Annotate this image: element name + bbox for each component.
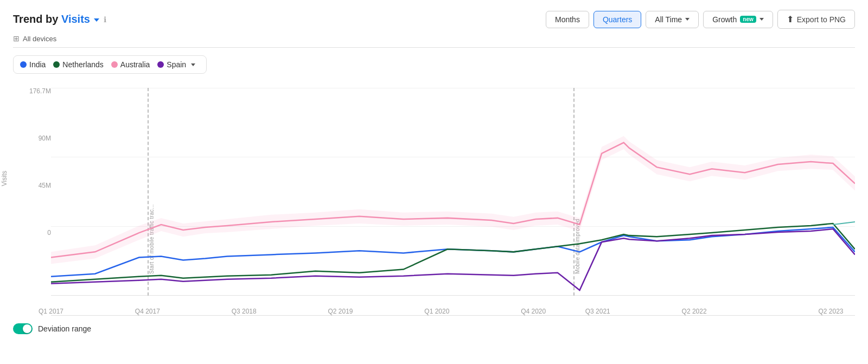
legend-row: India Netherlands Australia Spain	[13, 55, 207, 74]
india-dot	[20, 61, 27, 68]
spain-line	[51, 229, 855, 290]
australia-dot	[111, 61, 118, 68]
legend-item-australia[interactable]: Australia	[111, 60, 150, 69]
growth-label: Growth	[712, 15, 737, 24]
title-metric[interactable]: Visits	[61, 13, 90, 25]
x-label-q3-2021: Q3 2021	[585, 308, 610, 315]
australia-line	[51, 143, 855, 258]
all-time-button[interactable]: All Time	[646, 11, 699, 28]
controls-area: Months Quarters All Time Growth new ⬆ Ex…	[546, 10, 855, 29]
quarters-button[interactable]: Quarters	[593, 11, 641, 28]
india-label: India	[29, 60, 46, 69]
export-label: Export to PNG	[797, 15, 846, 24]
export-button[interactable]: ⬆ Export to PNG	[777, 10, 855, 29]
deviation-label: Deviation range	[38, 324, 91, 333]
device-icon: ⊞	[13, 34, 20, 43]
legend-item-india[interactable]: India	[20, 60, 46, 69]
y-label-90m: 90M	[39, 135, 51, 142]
spain-dot	[157, 61, 164, 68]
export-icon: ⬆	[787, 14, 794, 24]
growth-button[interactable]: Growth new	[703, 11, 773, 28]
x-label-q2-2019: Q2 2019	[328, 308, 353, 315]
title-area: Trend by Visits ℹ	[13, 13, 106, 25]
australia-band	[51, 136, 855, 264]
y-axis-title: Visits	[1, 171, 8, 186]
info-icon[interactable]: ℹ	[104, 15, 106, 24]
y-label-0: 0	[47, 229, 51, 236]
growth-chevron-icon	[760, 18, 764, 21]
toggle-track	[13, 323, 33, 334]
time-chevron-icon	[685, 18, 690, 21]
x-label-q2-2022: Q2 2022	[682, 308, 707, 315]
footer-row: Deviation range	[13, 323, 855, 334]
chart-svg	[51, 88, 855, 296]
netherlands-label: Netherlands	[62, 60, 104, 69]
quarters-label: Quarters	[603, 15, 632, 24]
new-badge: new	[740, 16, 756, 23]
y-label-45m: 45M	[39, 182, 51, 189]
y-axis: Visits 176.7M 90M 45M 0	[13, 88, 51, 316]
legend-chevron-icon[interactable]	[191, 63, 195, 66]
months-label: Months	[555, 15, 580, 24]
metric-chevron-icon[interactable]	[94, 18, 99, 22]
spain-label: Spain	[167, 60, 186, 69]
months-button[interactable]: Months	[546, 11, 589, 28]
divider	[13, 47, 855, 48]
page-title: Trend by Visits	[13, 13, 99, 25]
time-label: All Time	[655, 15, 682, 24]
x-label-q1-2017: Q1 2017	[39, 308, 63, 315]
chart-inner: Start of mobile traffic trac... Mobile d…	[51, 88, 855, 316]
x-label-q4-2017: Q4 2017	[135, 308, 160, 315]
subheader-row: ⊞ All devices	[13, 34, 855, 43]
all-devices-label: All devices	[23, 35, 56, 43]
netherlands-dot	[53, 61, 60, 68]
chart-area: Visits 176.7M 90M 45M 0 Start of mobi	[13, 88, 855, 316]
x-label-q3-2018: Q3 2018	[232, 308, 257, 315]
x-label-q4-2020: Q4 2020	[521, 308, 546, 315]
legend-item-spain[interactable]: Spain	[157, 60, 195, 69]
title-prefix: Trend by	[13, 13, 58, 25]
legend-item-netherlands[interactable]: Netherlands	[53, 60, 104, 69]
teal-accent-line	[833, 222, 855, 225]
deviation-toggle[interactable]	[13, 323, 33, 334]
x-labels: Q1 2017 Q4 2017 Q3 2018 Q2 2019 Q1 2020 …	[51, 296, 855, 315]
y-label-max: 176.7M	[29, 88, 51, 94]
x-label-q1-2020: Q1 2020	[424, 308, 449, 315]
toggle-thumb	[23, 324, 31, 333]
x-label-q2-2023: Q2 2023	[819, 308, 844, 315]
australia-label: Australia	[120, 60, 150, 69]
